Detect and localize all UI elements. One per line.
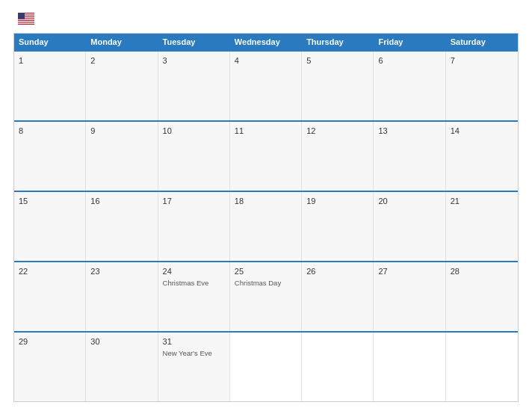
day-number: 9 (90, 126, 152, 137)
day-number: 4 (235, 55, 297, 67)
calendar-cell: 19 (302, 192, 374, 261)
logo-flag-icon (18, 13, 34, 25)
calendar-cell: 4 (230, 52, 302, 120)
calendar-cell: 1 (14, 52, 86, 120)
day-header-thursday: Thursday (302, 34, 374, 50)
page-header (13, 12, 519, 25)
calendar-cell: 14 (446, 122, 518, 191)
calendar-cell: 20 (374, 192, 445, 261)
day-number: 7 (451, 55, 513, 67)
calendar-week-1: 1234567 (14, 50, 518, 120)
calendar-cell: 28 (446, 262, 518, 331)
calendar-week-3: 15161718192021 (14, 191, 518, 261)
calendar-page: SundayMondayTuesdayWednesdayThursdayFrid… (0, 0, 532, 411)
day-number: 23 (90, 266, 152, 277)
day-number: 8 (19, 126, 81, 137)
calendar-cell: 5 (302, 52, 374, 120)
day-number: 22 (19, 266, 81, 277)
calendar-week-4: 222324Christmas Eve25Christmas Day262728 (14, 261, 518, 331)
calendar-cell: 29 (14, 333, 86, 401)
day-header-tuesday: Tuesday (158, 34, 230, 50)
calendar-event: New Year's Eve (163, 349, 225, 358)
day-number: 28 (451, 266, 513, 277)
calendar-cell: 25Christmas Day (230, 262, 302, 331)
svg-rect-5 (18, 21, 34, 22)
day-header-saturday: Saturday (446, 34, 518, 50)
calendar-cell: 11 (230, 122, 302, 191)
day-header-sunday: Sunday (14, 34, 86, 50)
day-number: 5 (306, 55, 368, 67)
day-number: 29 (19, 336, 81, 347)
calendar-cell (230, 333, 302, 401)
day-number: 19 (306, 196, 368, 207)
calendar-cell: 22 (14, 262, 86, 331)
day-number: 6 (378, 55, 440, 67)
calendar-cell: 23 (86, 262, 158, 331)
day-number: 25 (235, 266, 297, 277)
day-number: 31 (163, 336, 225, 347)
day-number: 14 (451, 126, 513, 137)
day-number: 30 (90, 336, 152, 347)
day-number: 13 (378, 126, 440, 137)
calendar-week-2: 891011121314 (14, 120, 518, 191)
day-number: 24 (163, 266, 225, 277)
calendar-cell: 17 (158, 192, 230, 261)
calendar-cell: 9 (86, 122, 158, 191)
day-number: 18 (235, 196, 297, 207)
calendar-cell: 18 (230, 192, 302, 261)
day-number: 11 (235, 126, 297, 137)
day-header-wednesday: Wednesday (230, 34, 302, 50)
logo (13, 12, 34, 25)
day-number: 21 (451, 196, 513, 207)
calendar-cell: 27 (374, 262, 445, 331)
calendar-cell (446, 333, 518, 401)
calendar-cell: 26 (302, 262, 374, 331)
calendar-cell: 12 (302, 122, 374, 191)
svg-rect-6 (18, 23, 34, 24)
calendar-header-row: SundayMondayTuesdayWednesdayThursdayFrid… (14, 34, 518, 50)
calendar-week-5: 293031New Year's Eve (14, 331, 518, 401)
calendar-cell: 21 (446, 192, 518, 261)
calendar-cell: 2 (86, 52, 158, 120)
day-number: 15 (19, 196, 81, 207)
calendar-cell (302, 333, 374, 401)
day-number: 1 (19, 55, 81, 67)
calendar-cell: 30 (86, 333, 158, 401)
calendar-cell: 24Christmas Eve (158, 262, 230, 331)
day-header-friday: Friday (374, 34, 445, 50)
calendar-body: 123456789101112131415161718192021222324C… (14, 50, 518, 401)
svg-rect-4 (18, 19, 34, 20)
day-number: 20 (378, 196, 440, 207)
calendar-event: Christmas Day (235, 279, 297, 288)
svg-rect-7 (18, 13, 25, 19)
day-header-monday: Monday (86, 34, 158, 50)
day-number: 26 (306, 266, 368, 277)
calendar-cell (374, 333, 445, 401)
calendar-cell: 10 (158, 122, 230, 191)
calendar-grid: SundayMondayTuesdayWednesdayThursdayFrid… (13, 33, 519, 402)
calendar-event: Christmas Eve (163, 279, 225, 288)
day-number: 27 (378, 266, 440, 277)
day-number: 16 (90, 196, 152, 207)
calendar-cell: 7 (446, 52, 518, 120)
calendar-cell: 16 (86, 192, 158, 261)
day-number: 17 (163, 196, 225, 207)
calendar-cell: 6 (374, 52, 445, 120)
calendar-cell: 8 (14, 122, 86, 191)
day-number: 3 (163, 55, 225, 67)
calendar-cell: 13 (374, 122, 445, 191)
day-number: 2 (90, 55, 152, 67)
day-number: 10 (163, 126, 225, 137)
day-number: 12 (306, 126, 368, 137)
calendar-cell: 31New Year's Eve (158, 333, 230, 401)
calendar-cell: 3 (158, 52, 230, 120)
calendar-cell: 15 (14, 192, 86, 261)
